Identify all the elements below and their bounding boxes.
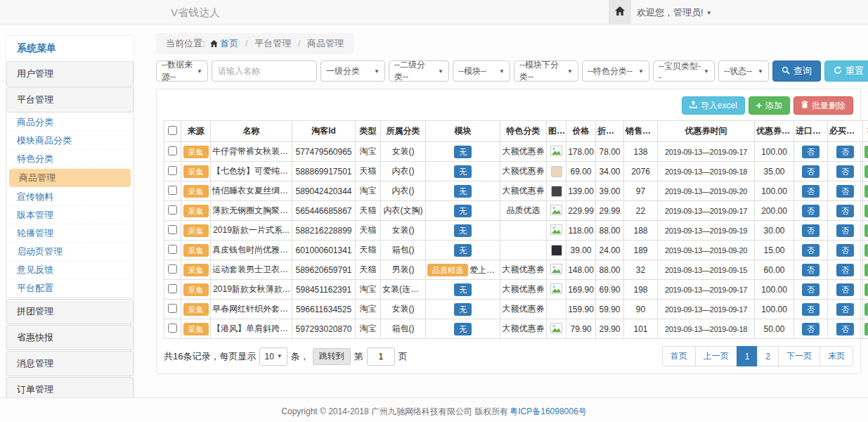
imported-toggle-badge[interactable]: 否 xyxy=(802,224,820,237)
batch-delete-button[interactable]: 批量删除 xyxy=(793,96,853,115)
sidebar-subitem[interactable]: 平台配置 xyxy=(7,279,133,298)
row-checkbox[interactable] xyxy=(168,186,177,195)
last-page-button[interactable]: 末页 xyxy=(820,346,853,366)
column-header: 模块 xyxy=(426,121,500,142)
status-badge[interactable]: 上架 xyxy=(864,264,868,276)
row-checkbox[interactable] xyxy=(168,245,177,254)
must-buy-toggle-badge[interactable]: 否 xyxy=(836,165,854,178)
next-page-button[interactable]: 下一页 xyxy=(778,346,820,366)
imported-toggle-badge[interactable]: 否 xyxy=(802,146,820,158)
row-checkbox[interactable] xyxy=(168,225,177,234)
must-buy-toggle-badge[interactable]: 否 xyxy=(836,264,854,276)
imported-toggle-badge[interactable]: 否 xyxy=(802,205,820,217)
module-badge: 无 xyxy=(454,185,472,198)
row-checkbox[interactable] xyxy=(168,284,177,293)
imported-toggle-badge[interactable]: 否 xyxy=(802,185,820,198)
sidebar-subitem[interactable]: 商品管理 xyxy=(9,169,131,187)
sidebar-subitem[interactable]: 版本管理 xyxy=(7,206,133,224)
page-button[interactable]: 2 xyxy=(757,346,779,366)
home-button[interactable] xyxy=(609,0,631,24)
filter-select[interactable]: --模块--▼ xyxy=(453,60,510,82)
jump-button[interactable]: 跳转到 xyxy=(313,348,351,365)
category-cell: 内衣(文胸) xyxy=(381,201,426,221)
status-badge[interactable]: 上架 xyxy=(864,224,868,237)
icp-link[interactable]: 粤ICP备16098006号 xyxy=(510,407,586,416)
filter-select[interactable]: --状态--▼ xyxy=(718,60,769,82)
sidebar-subitem[interactable]: 特色分类 xyxy=(7,150,133,168)
name-search-input[interactable] xyxy=(212,60,317,82)
imported-toggle-badge[interactable]: 否 xyxy=(802,244,820,257)
search-button[interactable]: 查询 xyxy=(772,60,821,82)
row-checkbox[interactable] xyxy=(168,324,177,333)
add-button[interactable]: + 添加 xyxy=(749,96,790,115)
sidebar-group-item[interactable]: 消息管理 xyxy=(6,351,134,376)
page-number-input[interactable] xyxy=(367,347,395,366)
sidebar-subitem[interactable]: 轮播管理 xyxy=(7,224,133,243)
row-checkbox[interactable] xyxy=(168,205,177,215)
status-badge[interactable]: 上架 xyxy=(864,165,868,178)
first-page-button[interactable]: 首页 xyxy=(662,346,696,366)
column-header: 淘客Id xyxy=(292,121,356,142)
sidebar-subitem[interactable]: 商品分类 xyxy=(7,113,133,132)
status-badge[interactable]: 上架 xyxy=(864,146,868,158)
taoke-id-cell: 589620659791 xyxy=(292,260,356,280)
must-buy-toggle-badge[interactable]: 否 xyxy=(836,185,854,198)
must-buy-toggle-badge[interactable]: 否 xyxy=(836,146,854,158)
filter-select[interactable]: --模块下分类--▼ xyxy=(514,60,578,82)
feature-cell: 大额优惠券 xyxy=(500,280,547,300)
status-badge[interactable]: 上架 xyxy=(864,185,868,198)
user-menu[interactable]: 欢迎您，管理员!▼ xyxy=(637,0,712,25)
status-badge[interactable]: 上架 xyxy=(864,283,868,296)
imported-toggle-badge[interactable]: 否 xyxy=(802,264,820,276)
imported-toggle-badge[interactable]: 否 xyxy=(802,323,820,335)
must-buy-toggle-badge[interactable]: 否 xyxy=(836,205,854,217)
breadcrumb-prefix: 当前位置: xyxy=(166,38,205,49)
imported-toggle-badge[interactable]: 否 xyxy=(802,303,820,316)
status-badge[interactable]: 上架 xyxy=(864,205,868,217)
filter-select-data-source[interactable]: --数据来源--▼ xyxy=(156,60,208,82)
feature-cell: 大额优惠券 xyxy=(500,319,547,339)
sidebar-group-item[interactable]: 拼团管理 xyxy=(6,299,134,324)
checkbox-cell xyxy=(164,142,181,162)
sidebar-group-item[interactable]: 用户管理 xyxy=(6,61,134,87)
sidebar-group-item[interactable]: 平台管理 xyxy=(6,87,134,113)
column-header: 优惠券时间 xyxy=(658,121,755,142)
row-checkbox[interactable] xyxy=(168,146,177,155)
status-badge[interactable]: 上架 xyxy=(864,303,868,316)
filter-select[interactable]: 一级分类▼ xyxy=(320,60,385,82)
must-buy-toggle-badge[interactable]: 否 xyxy=(836,244,854,257)
must-buy-toggle-badge[interactable]: 否 xyxy=(836,303,854,316)
must-buy-toggle-badge[interactable]: 否 xyxy=(836,283,854,296)
sidebar-subitem[interactable]: 模块商品分类 xyxy=(7,132,133,150)
filter-select[interactable]: --宝贝类型--▼ xyxy=(653,60,715,82)
sidebar-subitem[interactable]: 宣传物料 xyxy=(7,188,133,206)
page-button[interactable]: 1 xyxy=(737,346,758,366)
row-checkbox[interactable] xyxy=(168,166,177,175)
filter-select[interactable]: --特色分类--▼ xyxy=(582,60,649,82)
per-page-select[interactable]: 10▼ xyxy=(259,347,287,366)
status-badge[interactable]: 上架 xyxy=(864,244,868,257)
product-name-cell: 2019新款一片式系... xyxy=(211,221,292,241)
breadcrumb-home-link[interactable]: 首页 xyxy=(207,38,238,49)
row-checkbox[interactable] xyxy=(168,264,177,274)
import-excel-button[interactable]: 导入excel xyxy=(682,96,745,115)
coupon-time-cell: 2019-09-13—2019-09-17 xyxy=(658,142,755,162)
filter-select[interactable]: --二级分类--▼ xyxy=(389,60,449,82)
table-header-row: 来源名称淘客Id类型所属分类模块特色分类图标价格折后价销售数量优惠券时间优惠券金… xyxy=(164,121,868,142)
select-all-checkbox[interactable] xyxy=(168,126,177,135)
status-badge[interactable]: 上架 xyxy=(864,323,868,335)
reset-button[interactable]: 重置 xyxy=(824,60,868,82)
filter-select-label: --状态-- xyxy=(724,65,752,77)
sidebar-subitem[interactable]: 启动页管理 xyxy=(7,243,133,261)
sidebar-subitem[interactable]: 意见反馈 xyxy=(7,261,133,279)
prev-page-button[interactable]: 上一页 xyxy=(695,346,737,366)
page-footer: Copyright © 2014-2018 广州九驰网络科技有限公司 版权所有粤… xyxy=(0,397,868,422)
type-cell: 天猫 xyxy=(356,260,381,280)
imported-toggle-badge[interactable]: 否 xyxy=(802,165,820,178)
imported-toggle-badge[interactable]: 否 xyxy=(802,283,820,296)
must-buy-toggle-badge[interactable]: 否 xyxy=(836,323,854,335)
row-checkbox[interactable] xyxy=(168,304,177,313)
must-buy-toggle-badge[interactable]: 否 xyxy=(836,224,854,237)
discount-price-cell: 88.00 xyxy=(596,260,624,280)
sidebar-group-item[interactable]: 省惠快报 xyxy=(6,325,134,350)
